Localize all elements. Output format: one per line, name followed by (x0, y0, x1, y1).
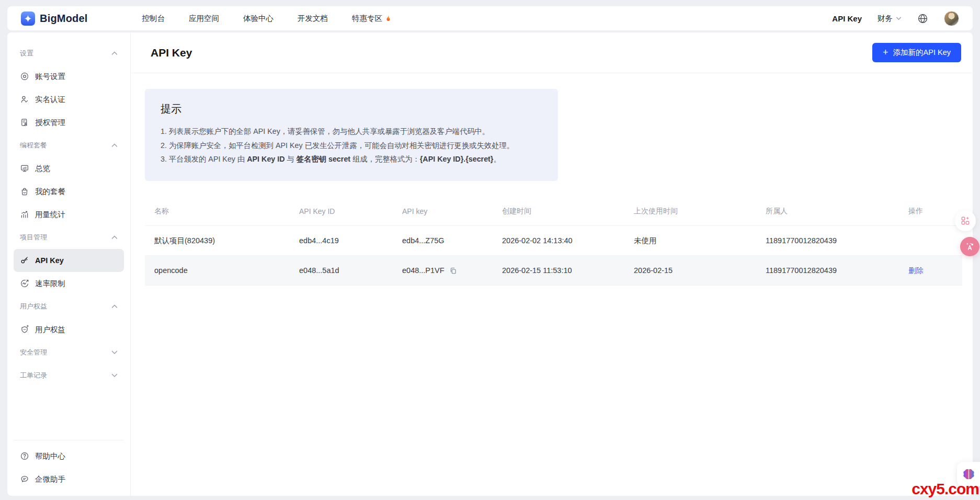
topnav-menu: 控制台应用空间体验中心开发文档特惠专区 (142, 14, 393, 24)
cell-owner: 11891770012820439 (756, 226, 899, 256)
cell-api-key: edb4...Z75G (393, 226, 493, 256)
page-title: API Key (151, 47, 192, 59)
ai-brain-icon (962, 467, 976, 481)
brand[interactable]: BigModel (21, 12, 88, 26)
page-header: API Key + 添加新的API Key (131, 32, 973, 73)
translate-icon (964, 241, 975, 252)
cell-created-time: 2026-02-02 14:13:40 (493, 226, 624, 256)
id-verification-icon (20, 95, 29, 104)
chevron-up-icon (111, 51, 118, 55)
top-navigation-bar: BigModel 控制台应用空间体验中心开发文档特惠专区 API Key 财务 (7, 6, 973, 30)
account-settings-icon (20, 72, 29, 81)
benefits-icon (20, 325, 29, 334)
column-header-3: API key (393, 205, 493, 226)
cell-owner: 11891770012820439 (756, 256, 899, 286)
cell-api-key: e048...P1VF (393, 256, 493, 286)
sidebar-item-帮助中心[interactable]: 帮助中心 (14, 445, 124, 468)
finance-label: 财务 (878, 14, 893, 24)
topnav-item-label: 应用空间 (189, 14, 219, 24)
sidebar-group-label: 安全管理 (20, 348, 47, 357)
topnav-item-label: 控制台 (142, 14, 165, 24)
sidebar-group-label: 编程套餐 (20, 141, 47, 150)
topnav-item-label: 开发文档 (298, 14, 328, 24)
notice-item-2: 2. 为保障账户安全，如平台检测到 API Key 已发生公开泄露，可能会自动对… (161, 139, 542, 153)
topnav-api-key-link[interactable]: API Key (832, 14, 862, 23)
sidebar-item-授权管理[interactable]: 授权管理 (14, 111, 124, 134)
watermark: cxy5.com (911, 480, 979, 498)
sidebar-group-编程套餐[interactable]: 编程套餐 (14, 134, 124, 157)
topnav-item-5[interactable]: 特惠专区 (352, 14, 392, 24)
cell-api-key-id: edb4...4c19 (290, 226, 393, 256)
notice-item-1: 1. 列表展示您账户下的全部 API Key，请妥善保管，勿与他人共享或暴露于浏… (161, 124, 542, 139)
sidebar-item-label: 账号设置 (35, 72, 65, 82)
topnav-item-1[interactable]: 控制台 (142, 14, 165, 24)
sidebar-group-label: 工单记录 (20, 371, 47, 380)
chevron-up-icon (111, 235, 118, 240)
table-header-row: 名称API Key IDAPI key创建时间上次使用时间所属人操作 (145, 205, 962, 226)
help-icon (20, 451, 29, 461)
topbar-right: API Key 财务 (832, 11, 959, 26)
add-api-key-button[interactable]: + 添加新的API Key (872, 43, 961, 62)
sidebar-group-项目管理[interactable]: 项目管理 (14, 226, 124, 249)
cell-last-used-time: 2026-02-15 (624, 256, 756, 286)
cell-api-key-id: e048...5a1d (290, 256, 393, 286)
bigmodel-logo-icon (21, 12, 35, 26)
overview-icon (20, 164, 29, 173)
sidebar-footer: 帮助中心 企微助手 (14, 440, 124, 491)
apps-grid-sparkle-icon (960, 215, 971, 226)
column-header-7: 操作 (899, 205, 962, 226)
copy-icon[interactable] (449, 267, 457, 275)
column-header-5: 上次使用时间 (624, 205, 756, 226)
sidebar-item-label: API Key (35, 256, 64, 265)
sidebar-group-设置[interactable]: 设置 (14, 42, 124, 65)
column-header-1: 名称 (145, 205, 290, 226)
apps-grid-sparkle-fab[interactable] (955, 210, 976, 231)
sidebar-item-label: 企微助手 (35, 474, 65, 484)
cell-name: opencode (145, 256, 290, 286)
api-key-icon (20, 256, 29, 265)
topnav-item-3[interactable]: 体验中心 (243, 14, 274, 24)
topnav-item-label: 特惠专区 (352, 14, 382, 24)
topnav-finance-menu[interactable]: 财务 (878, 14, 902, 24)
delete-link[interactable]: 删除 (908, 266, 924, 275)
sidebar-item-总览[interactable]: 总览 (14, 157, 124, 180)
chevron-up-icon (111, 143, 118, 147)
sidebar-group-工单记录[interactable]: 工单记录 (14, 364, 124, 387)
topnav-item-2[interactable]: 应用空间 (189, 14, 219, 24)
sidebar-item-API Key[interactable]: API Key (14, 249, 124, 272)
sidebar-item-label: 授权管理 (35, 118, 65, 128)
sidebar-item-实名认证[interactable]: 实名认证 (14, 88, 124, 111)
translate-fab[interactable] (960, 237, 979, 256)
brand-name: BigModel (40, 13, 88, 25)
sidebar-item-我的套餐[interactable]: 我的套餐 (14, 180, 124, 203)
sidebar-item-用量统计[interactable]: 用量统计 (14, 203, 124, 226)
sidebar-group-label: 项目管理 (20, 233, 47, 242)
cell-actions (899, 226, 962, 256)
sidebar-group-安全管理[interactable]: 安全管理 (14, 341, 124, 364)
sidebar-item-label: 帮助中心 (35, 451, 65, 461)
sidebar-item-用户权益[interactable]: 用户权益 (14, 318, 124, 341)
language-globe-icon[interactable] (917, 13, 928, 24)
notice-item-3: 3. 平台颁发的 API Key 由 API Key ID 与 签名密钥 sec… (161, 152, 542, 166)
table-row: opencodee048...5a1de048...P1VF2026-02-15… (145, 256, 962, 286)
cell-actions: 删除 (899, 256, 962, 286)
sidebar-item-账号设置[interactable]: 账号设置 (14, 65, 124, 88)
sidebar-item-label: 实名认证 (35, 95, 65, 105)
column-header-2: API Key ID (290, 205, 393, 226)
notice-box: 提示 1. 列表展示您账户下的全部 API Key，请妥善保管，勿与他人共享或暴… (145, 89, 558, 181)
my-plan-icon (20, 187, 29, 196)
sidebar-item-label: 速率限制 (35, 279, 65, 289)
sidebar-item-label: 用量统计 (35, 210, 65, 220)
cell-name: 默认项目(820439) (145, 226, 290, 256)
topnav-item-label: 体验中心 (243, 14, 274, 24)
sidebar-group-label: 用户权益 (20, 302, 47, 311)
sidebar-item-速率限制[interactable]: 速率限制 (14, 272, 124, 295)
sidebar-item-企微助手[interactable]: 企微助手 (14, 468, 124, 491)
authorization-icon (20, 118, 29, 127)
wecom-assistant-icon (20, 474, 29, 484)
topnav-item-4[interactable]: 开发文档 (298, 14, 328, 24)
sidebar-group-label: 设置 (20, 49, 33, 58)
user-avatar[interactable] (944, 11, 959, 26)
sidebar-group-用户权益[interactable]: 用户权益 (14, 295, 124, 318)
sidebar: 设置 账号设置 实名认证 授权管理编程套餐 总览 我的套餐 用量统计项目管理 A… (7, 32, 131, 496)
